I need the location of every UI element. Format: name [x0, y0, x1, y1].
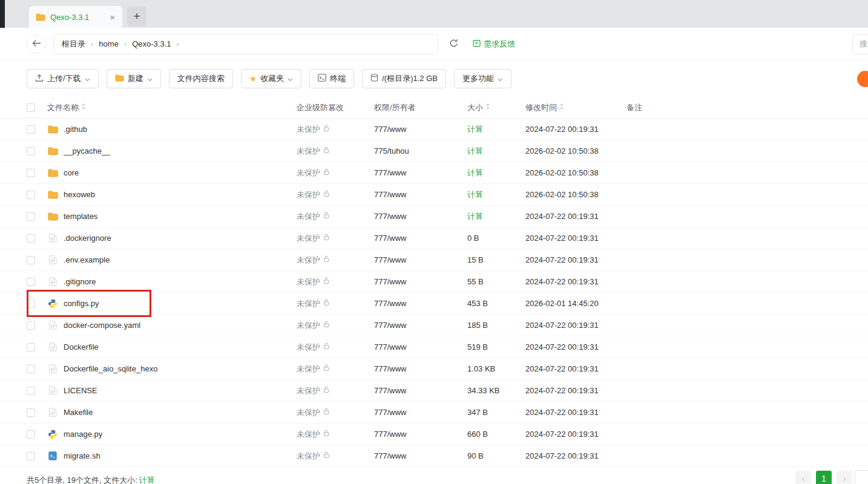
file-size[interactable]: 计算 [467, 168, 525, 178]
table-row[interactable]: templates 未保护 777/www 计算 2024-07-22 00:1… [0, 206, 868, 227]
header-modified-time[interactable]: 修改时间 [525, 102, 626, 113]
row-checkbox[interactable] [27, 191, 35, 199]
lock-icon [323, 125, 330, 134]
tamper-status[interactable]: 未保护 [297, 451, 374, 462]
row-checkbox[interactable] [27, 299, 35, 308]
file-name[interactable]: Dockerfile [64, 342, 99, 352]
table-row[interactable]: Makefile 未保护 777/www 347 B 2024-07-22 00… [0, 402, 868, 424]
table-row[interactable]: LICENSE 未保护 777/www 34.33 KB 2024-07-22 … [0, 380, 868, 402]
row-checkbox[interactable] [27, 125, 35, 134]
sort-icon[interactable] [559, 103, 564, 112]
current-page-button[interactable]: 1 [816, 471, 832, 484]
tamper-status[interactable]: 未保护 [297, 298, 374, 309]
table-row[interactable]: __pycache__ 未保护 775/tuhou 计算 2026-02-02 … [0, 140, 868, 162]
prev-page-button[interactable]: ‹ [795, 471, 811, 484]
page-jump-box[interactable] [855, 470, 868, 484]
new-button[interactable]: 新建 [107, 69, 161, 88]
table-row[interactable]: .dockerignore 未保护 777/www 0 B 2024-07-22… [0, 227, 868, 249]
tamper-status[interactable]: 未保护 [297, 189, 374, 200]
row-checkbox[interactable] [27, 147, 35, 155]
table-row[interactable]: manage.py 未保护 777/www 660 B 2024-07-22 0… [0, 424, 868, 445]
refresh-button[interactable] [444, 34, 463, 54]
file-name[interactable]: hexoweb [64, 190, 95, 199]
more-functions-button[interactable]: 更多功能 [454, 69, 511, 88]
calculate-size-link[interactable]: 计算 [139, 475, 155, 484]
table-row[interactable]: core 未保护 777/www 计算 2026-02-02 10:50:38 [0, 162, 868, 184]
row-checkbox[interactable] [27, 169, 35, 177]
row-checkbox[interactable] [27, 387, 35, 395]
header-file-name[interactable]: 文件名称 [47, 102, 297, 113]
file-name[interactable]: Makefile [64, 408, 93, 417]
file-name[interactable]: .dockerignore [64, 234, 111, 243]
file-size[interactable]: 计算 [467, 211, 525, 222]
file-size[interactable]: 计算 [467, 146, 525, 157]
breadcrumb-current[interactable]: Qexo-3.3.1 [132, 39, 171, 48]
row-checkbox[interactable] [27, 212, 35, 221]
file-name[interactable]: .env.example [64, 255, 110, 264]
row-checkbox[interactable] [27, 256, 35, 264]
tamper-status[interactable]: 未保护 [297, 168, 374, 178]
file-name[interactable]: .gitignore [64, 277, 96, 286]
file-name[interactable]: docker-compose.yaml [64, 321, 140, 330]
tamper-status[interactable]: 未保护 [297, 320, 374, 331]
file-name[interactable]: LICENSE [64, 386, 97, 395]
table-row[interactable]: Dockerfile 未保护 777/www 519 B 2024-07-22 … [0, 336, 868, 358]
table-row[interactable]: Dockerfile_aio_sqlite_hexo 未保护 777/www 1… [0, 358, 868, 380]
file-content-search-button[interactable]: 文件内容搜索 [169, 69, 233, 88]
tamper-status[interactable]: 未保护 [297, 385, 374, 396]
table-row[interactable]: configs.py 未保护 777/www 453 B 2026-02-01 … [0, 293, 868, 315]
table-row[interactable]: hexoweb 未保护 777/www 计算 2026-02-02 10:50:… [0, 184, 868, 206]
header-size[interactable]: 大小 [467, 102, 525, 113]
new-tab-button[interactable]: + [127, 7, 146, 26]
tamper-status[interactable]: 未保护 [297, 233, 374, 244]
tamper-status[interactable]: 未保护 [297, 429, 374, 440]
select-all-checkbox[interactable] [27, 103, 35, 112]
row-checkbox[interactable] [27, 365, 35, 373]
terminal-button[interactable]: 终端 [309, 69, 354, 88]
file-name[interactable]: manage.py [64, 430, 102, 439]
feedback-link[interactable]: 需求反馈 [473, 39, 515, 50]
table-row[interactable]: docker-compose.yaml 未保护 777/www 185 B 20… [0, 315, 868, 336]
breadcrumb-root[interactable]: 根目录 [62, 39, 85, 50]
file-name[interactable]: __pycache__ [64, 146, 110, 155]
tamper-status[interactable]: 未保护 [297, 146, 374, 157]
tamper-status[interactable]: 未保护 [297, 276, 374, 287]
row-checkbox[interactable] [27, 408, 35, 417]
row-checkbox[interactable] [27, 234, 35, 243]
file-name[interactable]: templates [64, 212, 97, 221]
file-name[interactable]: core [64, 168, 79, 177]
table-row[interactable]: migrate.sh 未保护 777/www 90 B 2024-07-22 0… [0, 445, 868, 467]
row-checkbox[interactable] [27, 452, 35, 460]
file-name[interactable]: .github [64, 125, 87, 134]
tamper-status[interactable]: 未保护 [297, 342, 374, 353]
file-size[interactable]: 计算 [467, 189, 525, 200]
notice-icon[interactable] [857, 71, 868, 87]
file-name[interactable]: Dockerfile_aio_sqlite_hexo [64, 364, 157, 373]
row-checkbox[interactable] [27, 321, 35, 330]
row-checkbox[interactable] [27, 430, 35, 439]
disk-usage-button[interactable]: /(根目录)1.2 GB [362, 69, 446, 88]
tamper-status[interactable]: 未保护 [297, 124, 374, 135]
file-name[interactable]: migrate.sh [64, 451, 100, 460]
search-input[interactable]: 搜索 [852, 34, 868, 54]
file-name[interactable]: configs.py [64, 299, 99, 308]
tamper-status[interactable]: 未保护 [297, 255, 374, 266]
row-checkbox[interactable] [27, 278, 35, 286]
tamper-status[interactable]: 未保护 [297, 211, 374, 222]
close-icon[interactable]: × [108, 13, 116, 22]
tab-qexo[interactable]: Qexo-3.3.1 × [29, 6, 122, 28]
tamper-status[interactable]: 未保护 [297, 407, 374, 418]
tamper-status[interactable]: 未保护 [297, 364, 374, 374]
next-page-button[interactable]: › [837, 471, 852, 484]
sort-icon[interactable] [81, 103, 86, 112]
file-size[interactable]: 计算 [467, 124, 525, 135]
table-row[interactable]: .env.example 未保护 777/www 15 B 2024-07-22… [0, 249, 868, 271]
table-row[interactable]: .github 未保护 777/www 计算 2024-07-22 00:19:… [0, 119, 868, 140]
table-row[interactable]: .gitignore 未保护 777/www 55 B 2024-07-22 0… [0, 271, 868, 293]
sort-icon[interactable] [485, 103, 490, 112]
row-checkbox[interactable] [27, 343, 35, 352]
breadcrumb-home[interactable]: home [99, 39, 119, 48]
upload-download-button[interactable]: 上传/下载 [27, 69, 99, 88]
favorites-button[interactable]: ★ 收藏夹 [241, 69, 302, 88]
back-button[interactable] [27, 34, 46, 54]
